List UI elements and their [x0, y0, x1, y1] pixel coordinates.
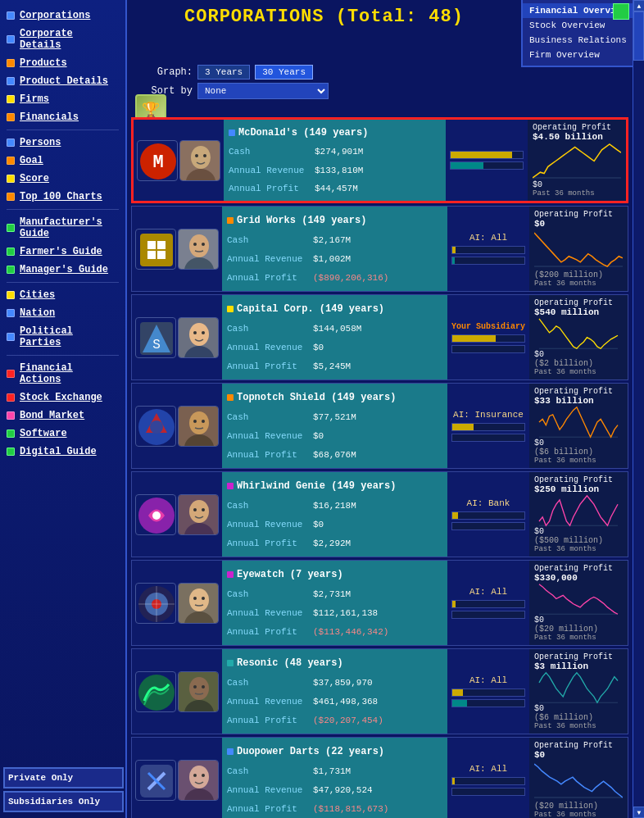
- sort-select[interactable]: None: [197, 83, 329, 99]
- sidebar-item-firms[interactable]: Firms: [0, 90, 125, 108]
- chart-period-2: Past 36 months: [534, 368, 623, 376]
- chart-period-4: Past 36 months: [534, 545, 623, 553]
- bar2-7: [451, 788, 525, 796]
- profit-value-2: $5,245M: [313, 361, 351, 371]
- corp-row-0[interactable]: MMcDonald's (149 years)Cash$274,901MAnnu…: [131, 117, 628, 203]
- corporation-list: MMcDonald's (149 years)Cash$274,901MAnnu…: [127, 115, 633, 818]
- corp-chart-4: Operating Profit $250 million $0 ($500 m…: [529, 472, 628, 557]
- private-only-btn[interactable]: Private Only: [3, 767, 124, 788]
- sidebar-item-corporate-details[interactable]: Corporate Details: [0, 25, 125, 54]
- corp-logo-icon-5: [135, 583, 176, 624]
- sidebar-item-stock-exchange[interactable]: Stock Exchange: [0, 389, 125, 407]
- corp-mid-6: AI: All: [447, 649, 529, 734]
- corp-chart-1: Operating Profit $0 ($200 million) Past …: [529, 207, 628, 291]
- mfg-dot: [7, 224, 15, 232]
- revenue-label-7: Annual Revenue: [227, 785, 313, 795]
- 30-years-btn[interactable]: 30 Years: [255, 65, 313, 80]
- chart-bot-3: ($6 billion): [534, 448, 623, 457]
- sidebar-item-goal[interactable]: Goal: [0, 152, 125, 170]
- sidebar-item-managers-guide[interactable]: Manager's Guide: [0, 261, 125, 279]
- sidebar-item-mfg-guide[interactable]: Manufacturer's Guide: [0, 213, 125, 243]
- sidebar-item-corporations[interactable]: Corporations: [0, 7, 125, 25]
- sidebar-item-cities[interactable]: Cities: [0, 286, 125, 304]
- scroll-down-btn[interactable]: ▼: [633, 807, 644, 818]
- corp-row-1[interactable]: Grid Works (149 years)Cash$2,167MAnnual …: [131, 206, 628, 292]
- cash-label-1: Cash: [227, 235, 313, 245]
- corp-revenue-0: Annual Revenue$133,810M: [229, 166, 441, 175]
- bar2-0: [450, 161, 524, 170]
- sidebar-item-digital-guide[interactable]: Digital Guide: [0, 443, 125, 461]
- sidebar-item-farmers-guide[interactable]: Farmer's Guide: [0, 243, 125, 261]
- scroll-track: [633, 11, 644, 807]
- chart-title-3: Operating Profit: [534, 387, 623, 396]
- revenue-label-3: Annual Revenue: [227, 431, 313, 441]
- scroll-thumb[interactable]: [633, 11, 644, 61]
- bar-container-2: [451, 334, 525, 353]
- corp-row-3[interactable]: Topnotch Shield (149 years)Cash$77,521MA…: [131, 383, 628, 469]
- corp-revenue-1: Annual Revenue$1,002M: [227, 254, 442, 264]
- firm-overview-link[interactable]: Firm Overview: [523, 48, 644, 62]
- main-area: Financial Overview Stock Overview Busine…: [127, 0, 644, 818]
- chart-bot-1: ($200 million): [534, 270, 623, 279]
- chart-period-1: Past 36 months: [534, 279, 623, 288]
- sidebar-item-top100[interactable]: Top 100 Charts: [0, 188, 125, 206]
- sidebar-item-political[interactable]: Political Parties: [0, 322, 125, 352]
- revenue-value-5: $112,161,138: [313, 608, 378, 618]
- 3-years-btn[interactable]: 3 Years: [197, 65, 250, 80]
- cash-label-7: Cash: [227, 766, 313, 776]
- sidebar-item-financials[interactable]: Financials: [0, 108, 125, 126]
- corp-revenue-3: Annual Revenue$0: [227, 431, 442, 441]
- svg-point-51: [189, 589, 209, 611]
- bar1-0: [450, 151, 524, 159]
- sidebar-item-software[interactable]: Software: [0, 425, 125, 443]
- business-relations-link[interactable]: Business Relations: [523, 33, 644, 48]
- bar1-fill-4: [452, 512, 458, 519]
- bar-container-0: [450, 151, 524, 170]
- corp-info-7: Duopower Darts (22 years)Cash$1,731MAnnu…: [222, 738, 447, 818]
- revenue-value-4: $0: [313, 520, 324, 529]
- bar1-4: [451, 511, 525, 520]
- chart-title-1: Operating Profit: [534, 210, 623, 219]
- stock-overview-link[interactable]: Stock Overview: [523, 18, 644, 33]
- corp-row-7[interactable]: Duopower Darts (22 years)Cash$1,731MAnnu…: [131, 737, 628, 818]
- sidebar-item-persons[interactable]: Persons: [0, 134, 125, 152]
- subsidiaries-only-btn[interactable]: Subsidiaries Only: [3, 791, 124, 812]
- sidebar-item-product-details[interactable]: Product Details: [0, 72, 125, 90]
- bar1-fill-7: [452, 778, 455, 784]
- corp-row-5[interactable]: Eyewatch (7 years)Cash$2,731MAnnual Reve…: [131, 560, 628, 646]
- bar2-4: [451, 522, 525, 530]
- corp-row-4[interactable]: Whirlwind Genie (149 years)Cash$16,218MA…: [131, 471, 628, 557]
- ai-label-1: AI: All: [469, 233, 507, 243]
- scrollbar[interactable]: ▲ ▼: [633, 0, 644, 818]
- goal-dot: [7, 157, 15, 165]
- firms-dot: [7, 95, 15, 103]
- svg-point-58: [189, 677, 209, 700]
- chart-period-6: Past 36 months: [534, 722, 623, 730]
- bar1-6: [451, 688, 525, 697]
- svg-rect-10: [157, 241, 166, 249]
- corp-profit-6: Annual Profit($20,207,454): [227, 716, 442, 725]
- scroll-up-btn[interactable]: ▲: [633, 0, 644, 11]
- sidebar-sep1: [7, 130, 119, 130]
- bar1-fill-2: [452, 335, 496, 342]
- corp-revenue-7: Annual Revenue$47,920,524: [227, 785, 442, 795]
- sidebar-item-products[interactable]: Products: [0, 54, 125, 72]
- cash-label-0: Cash: [229, 147, 315, 157]
- nation-dot: [7, 309, 15, 317]
- profit-value-6: ($20,207,454): [313, 716, 383, 725]
- corp-profit-1: Annual Profit($890,206,316): [227, 273, 442, 283]
- svg-point-23: [189, 323, 209, 346]
- sidebar-item-nation[interactable]: Nation: [0, 304, 125, 322]
- sidebar-item-bond-market[interactable]: Bond Market: [0, 407, 125, 425]
- score-dot: [7, 175, 15, 183]
- subsidiary-label-2: Your Subsidiary: [451, 322, 525, 331]
- corp-row-6[interactable]: Resonic (48 years)Cash$37,859,970Annual …: [131, 648, 628, 734]
- sidebar-item-financial-actions[interactable]: Financial Actions: [0, 359, 125, 389]
- svg-point-32: [189, 411, 209, 434]
- revenue-value-2: $0: [313, 343, 324, 352]
- sidebar-item-score[interactable]: Score: [0, 170, 125, 188]
- svg-point-61: [202, 685, 205, 688]
- chart-svg-1: [534, 229, 623, 270]
- corp-chart-3: Operating Profit $33 billion $0 ($6 bill…: [529, 384, 628, 468]
- corp-row-2[interactable]: SCapital Corp. (149 years)Cash$144,058MA…: [131, 294, 628, 380]
